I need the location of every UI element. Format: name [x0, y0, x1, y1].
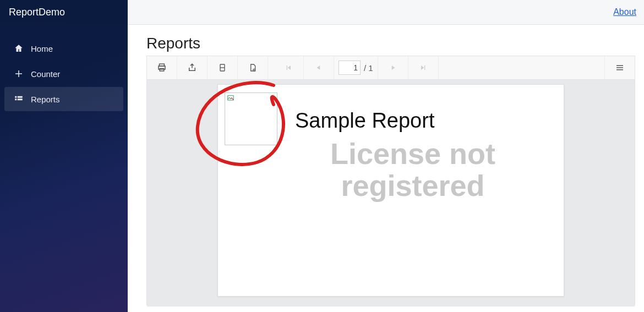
- license-watermark: License not registered: [279, 138, 547, 202]
- viewer-toolbar: / 1: [147, 56, 635, 80]
- report-page: Sample Report License not registered: [217, 84, 564, 297]
- last-page-icon: [419, 63, 428, 72]
- sidebar: ReportDemo Home Counter: [0, 0, 128, 312]
- print-icon: [157, 63, 167, 73]
- sidebar-item-label: Counter: [31, 69, 60, 79]
- sidebar-item-label: Reports: [31, 95, 60, 104]
- first-page-icon: [284, 63, 293, 72]
- document-refresh-icon: [248, 63, 257, 73]
- sidebar-item-label: Home: [31, 44, 53, 53]
- sidebar-item-counter[interactable]: Counter: [4, 62, 123, 86]
- page-indicator: / 1: [334, 56, 378, 79]
- page-total-label: / 1: [364, 63, 373, 73]
- first-page-button[interactable]: [274, 56, 304, 79]
- content: Reports: [128, 25, 644, 312]
- svg-point-9: [253, 69, 255, 70]
- next-page-icon: [389, 64, 397, 72]
- page-number-input[interactable]: [339, 61, 361, 75]
- about-link[interactable]: About: [613, 7, 636, 17]
- svg-rect-3: [18, 98, 23, 100]
- sidebar-item-home[interactable]: Home: [4, 36, 123, 61]
- prev-page-icon: [315, 64, 323, 72]
- report-title: Sample Report: [295, 109, 434, 133]
- export-button[interactable]: [177, 56, 208, 79]
- toolbar-group-pagination: / 1: [274, 56, 439, 79]
- menu-button[interactable]: [604, 56, 635, 79]
- print-button[interactable]: [147, 56, 177, 79]
- refresh-button[interactable]: [238, 56, 268, 79]
- toolbar-group-left: [147, 56, 268, 79]
- brand: ReportDemo: [0, 0, 128, 24]
- broken-image-icon: [227, 95, 234, 102]
- toggle-layout-button[interactable]: [208, 56, 238, 79]
- home-icon: [12, 43, 25, 53]
- hamburger-icon: [615, 63, 625, 73]
- next-page-button[interactable]: [378, 56, 408, 79]
- nav: Home Counter Reports: [0, 36, 128, 111]
- report-viewer: / 1: [146, 56, 635, 305]
- sidebar-item-reports[interactable]: Reports: [4, 87, 123, 111]
- prev-page-button[interactable]: [304, 56, 334, 79]
- topbar: About: [128, 0, 644, 25]
- app-root: ReportDemo Home Counter: [0, 0, 644, 312]
- main-column: About Reports: [128, 0, 644, 312]
- plus-icon: [12, 69, 25, 79]
- svg-rect-0: [15, 96, 17, 98]
- viewer-canvas: Sample Report License not registered: [147, 80, 635, 306]
- document-toggle-icon: [218, 63, 227, 73]
- export-icon: [187, 63, 197, 73]
- last-page-button[interactable]: [408, 56, 439, 79]
- svg-rect-1: [18, 96, 23, 98]
- broken-image-placeholder: [225, 92, 277, 145]
- list-icon: [12, 94, 25, 104]
- page-title: Reports: [146, 35, 635, 52]
- svg-rect-2: [15, 98, 17, 100]
